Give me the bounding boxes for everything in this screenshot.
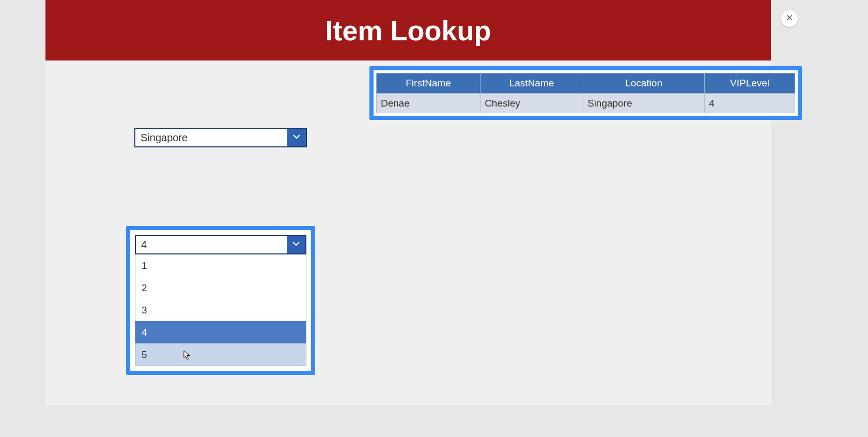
results-table-container: FirstName LastName Location VIPLevel Den… bbox=[369, 66, 802, 120]
col-location: Location bbox=[583, 73, 704, 94]
col-viplevel: VIPLevel bbox=[705, 73, 795, 94]
location-dropdown-toggle[interactable] bbox=[287, 129, 306, 146]
viplevel-option[interactable]: 5 bbox=[135, 343, 306, 366]
chevron-down-icon bbox=[292, 239, 300, 250]
page-header: Item Lookup bbox=[45, 0, 771, 61]
viplevel-dropdown-toggle[interactable] bbox=[287, 236, 305, 253]
table-cell: 4 bbox=[705, 94, 795, 113]
col-firstname: FirstName bbox=[377, 73, 481, 94]
viplevel-option[interactable]: 4 bbox=[135, 321, 306, 343]
viplevel-dropdown[interactable]: 4 bbox=[135, 235, 306, 254]
page-title: Item Lookup bbox=[326, 14, 491, 47]
viplevel-option[interactable]: 2 bbox=[135, 277, 306, 299]
table-cell: Chesley bbox=[481, 94, 583, 113]
results-table-header-row: FirstName LastName Location VIPLevel bbox=[377, 73, 795, 94]
viplevel-option[interactable]: 3 bbox=[135, 299, 306, 321]
table-cell: Singapore bbox=[583, 94, 704, 113]
close-icon bbox=[786, 14, 793, 23]
viplevel-option[interactable]: 1 bbox=[135, 254, 306, 277]
viplevel-dropdown-value: 4 bbox=[136, 236, 287, 253]
chevron-down-icon bbox=[292, 132, 301, 143]
location-dropdown-value: Singapore bbox=[135, 129, 287, 146]
col-lastname: LastName bbox=[481, 73, 583, 94]
close-button[interactable] bbox=[781, 10, 798, 27]
results-table: FirstName LastName Location VIPLevel Den… bbox=[376, 73, 795, 113]
table-cell: Denae bbox=[377, 94, 481, 113]
viplevel-dropdown-options: 12345 bbox=[135, 254, 306, 366]
location-dropdown[interactable]: Singapore bbox=[134, 128, 307, 147]
table-row: DenaeChesleySingapore4 bbox=[377, 94, 795, 113]
viplevel-dropdown-container: 4 12345 bbox=[126, 226, 315, 375]
item-lookup-page: Item Lookup Singapore 4 12345 FirstName bbox=[45, 0, 771, 405]
